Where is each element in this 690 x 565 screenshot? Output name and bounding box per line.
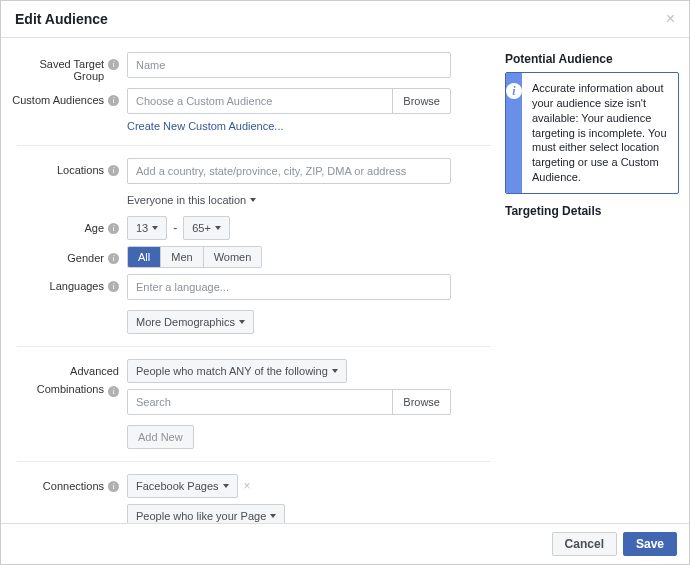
adv-search-input-wrap: Browse	[127, 389, 451, 415]
dropdown-label: Facebook Pages	[136, 480, 219, 492]
dialog-title: Edit Audience	[15, 11, 108, 27]
caret-down-icon	[250, 198, 256, 202]
dialog-footer: Cancel Save	[1, 523, 689, 564]
divider	[17, 145, 491, 146]
dialog-header: Edit Audience ×	[1, 1, 689, 38]
custom-audience-input[interactable]	[128, 89, 392, 113]
row-custom-audiences: Custom Audiences Browse Create New Custo…	[7, 88, 491, 133]
age-min-value: 13	[136, 222, 148, 234]
info-icon[interactable]	[108, 386, 119, 397]
locations-input[interactable]	[128, 159, 450, 183]
save-button[interactable]: Save	[623, 532, 677, 556]
row-locations: Locations Everyone in this location	[7, 158, 491, 210]
label-text: Gender	[67, 252, 104, 264]
label-text: Advanced	[70, 365, 119, 378]
caret-down-icon	[332, 369, 338, 373]
dialog-body: Saved Target Group Custom Audiences	[1, 38, 689, 523]
label-text: Combinations	[37, 383, 104, 396]
browse-button[interactable]: Browse	[392, 390, 450, 414]
cancel-button[interactable]: Cancel	[552, 532, 617, 556]
dropdown-label: People who match ANY of the following	[136, 365, 328, 377]
more-demographics-dropdown[interactable]: More Demographics	[127, 310, 254, 334]
create-custom-audience-link[interactable]: Create New Custom Audience...	[127, 120, 284, 132]
age-max-dropdown[interactable]: 65+	[183, 216, 230, 240]
info-icon[interactable]	[108, 481, 119, 492]
info-icon[interactable]	[108, 165, 119, 176]
caret-down-icon	[215, 226, 221, 230]
gender-men-button[interactable]: Men	[161, 247, 203, 267]
label-text: Languages	[50, 280, 104, 292]
label-connections: Connections	[7, 474, 127, 492]
saved-target-group-input[interactable]	[128, 53, 450, 77]
label-gender: Gender	[7, 246, 127, 264]
gender-all-button[interactable]: All	[128, 247, 161, 267]
languages-input-wrap	[127, 274, 451, 300]
connections-type-dropdown[interactable]: Facebook Pages	[127, 474, 238, 498]
dropdown-label: More Demographics	[136, 316, 235, 328]
add-new-button[interactable]: Add New	[127, 425, 194, 449]
adv-search-input[interactable]	[128, 390, 392, 414]
info-icon[interactable]	[108, 59, 119, 70]
info-icon[interactable]	[108, 253, 119, 264]
label-languages: Languages	[7, 274, 127, 292]
label-saved-target-group: Saved Target Group	[7, 52, 127, 82]
saved-target-group-input-wrap	[127, 52, 451, 78]
dropdown-label: Everyone in this location	[127, 194, 246, 206]
age-min-dropdown[interactable]: 13	[127, 216, 167, 240]
edit-audience-dialog: Edit Audience × Saved Target Group C	[0, 0, 690, 565]
info-icon[interactable]	[108, 281, 119, 292]
info-icon[interactable]	[108, 223, 119, 234]
divider	[17, 346, 491, 347]
label-custom-audiences: Custom Audiences	[7, 88, 127, 106]
info-icon: i	[506, 83, 522, 99]
caret-down-icon	[152, 226, 158, 230]
age-dash: -	[173, 221, 177, 235]
label-advanced-combinations: Advanced Combinations	[7, 359, 127, 397]
gender-women-button[interactable]: Women	[204, 247, 262, 267]
targeting-details-title: Targeting Details	[505, 204, 679, 218]
divider	[17, 461, 491, 462]
sidebar-column: Potential Audience i Accurate informatio…	[501, 38, 689, 523]
locations-scope-dropdown[interactable]: Everyone in this location	[127, 190, 256, 210]
alert-sidebar: i	[506, 73, 522, 193]
caret-down-icon	[239, 320, 245, 324]
label-text: Locations	[57, 164, 104, 176]
label-age: Age	[7, 216, 127, 234]
row-advanced-combinations: Advanced Combinations People who match A…	[7, 359, 491, 449]
custom-audience-input-wrap: Browse	[127, 88, 451, 114]
potential-audience-title: Potential Audience	[505, 52, 679, 66]
gender-segmented: All Men Women	[127, 246, 262, 268]
audience-alert: i Accurate information about your audien…	[505, 72, 679, 194]
row-age: Age 13 - 65+	[7, 216, 491, 240]
label-text: Saved Target Group	[7, 58, 104, 82]
row-languages: Languages More Demographics	[7, 274, 491, 334]
connections-relation-dropdown[interactable]: People who like your Page	[127, 504, 285, 523]
alert-message: Accurate information about your audience…	[522, 73, 678, 193]
row-gender: Gender All Men Women	[7, 246, 491, 268]
row-saved-target-group: Saved Target Group	[7, 52, 491, 82]
label-text: Connections	[43, 480, 104, 492]
remove-connection-type-icon[interactable]: ×	[238, 479, 257, 493]
form-column: Saved Target Group Custom Audiences	[1, 38, 501, 523]
dropdown-label: People who like your Page	[136, 510, 266, 522]
caret-down-icon	[223, 484, 229, 488]
caret-down-icon	[270, 514, 276, 518]
close-icon[interactable]: ×	[666, 11, 675, 27]
label-text: Custom Audiences	[12, 94, 104, 106]
info-icon[interactable]	[108, 95, 119, 106]
row-connections: Connections Facebook Pages × People who …	[7, 474, 491, 523]
languages-input[interactable]	[128, 275, 450, 299]
locations-input-wrap	[127, 158, 451, 184]
label-locations: Locations	[7, 158, 127, 176]
label-text: Age	[84, 222, 104, 234]
adv-match-dropdown[interactable]: People who match ANY of the following	[127, 359, 347, 383]
browse-button[interactable]: Browse	[392, 89, 450, 113]
age-max-value: 65+	[192, 222, 211, 234]
